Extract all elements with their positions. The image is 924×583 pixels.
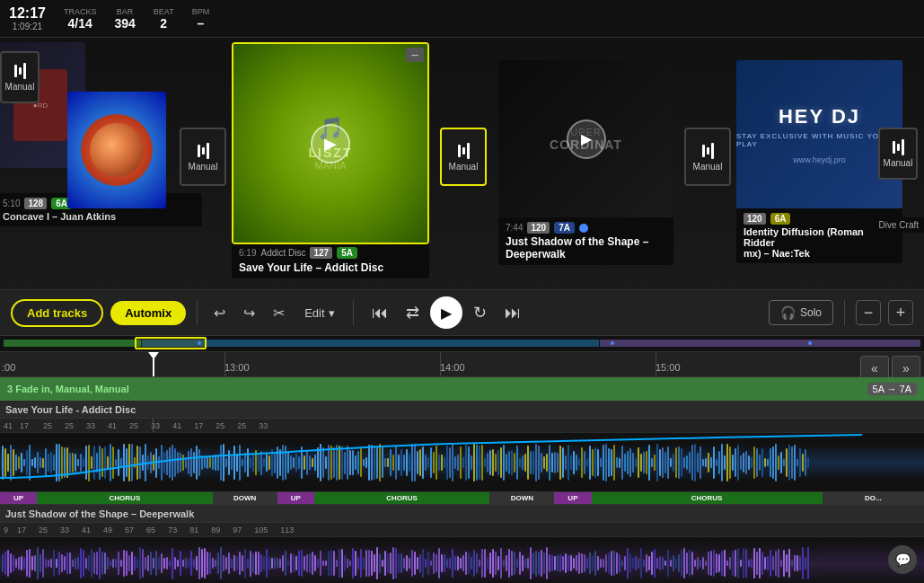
deck-lisztomania-duration: 6:19 xyxy=(239,248,256,258)
skip-forward-button[interactable]: ⏭ xyxy=(497,300,528,326)
track-2-name: Just Shadow of the Shape – Deeperwalk xyxy=(5,508,194,519)
toolbar-divider-3 xyxy=(844,300,845,325)
time-marker-1300: 13:00 xyxy=(224,362,250,373)
solo-label: Solo xyxy=(800,306,822,319)
deck-far-left-duration: 5:10 xyxy=(3,199,20,208)
deck-area: ●RD Manual 5:10 128 6A Concave I – Ju xyxy=(0,38,924,289)
deck-lisztomania-play[interactable]: ▶ xyxy=(311,124,350,163)
deck-lisztomania-info: 6:19 Addict Disc 127 5A Save Your Life –… xyxy=(232,243,429,278)
beat-value: 2 xyxy=(160,16,167,31)
play-icon: ▶ xyxy=(441,305,452,322)
time-ruler: :00 13:00 14:00 15:00 « » xyxy=(0,352,924,377)
track-2-header: Just Shadow of the Shape – Deeperwalk xyxy=(0,505,924,523)
solo-button[interactable]: 🎧 Solo xyxy=(769,300,833,325)
deck-center-mixer[interactable]: Manual xyxy=(440,128,487,186)
repeat-icon: ↻ xyxy=(473,304,487,322)
track-1-name: Save Your Life - Addict Disc xyxy=(5,404,136,415)
headphones-icon: 🎧 xyxy=(780,305,796,320)
deck-supercordinate-title: Just Shadow of the Shape –Deeperwalk xyxy=(506,235,666,261)
bar-stat: BAR 394 xyxy=(114,7,135,31)
deck-far-right-title: Dive Craft xyxy=(879,220,919,230)
track-2: Just Shadow of the Shape – Deeperwalk 9 … xyxy=(0,505,924,583)
edit-button[interactable]: Edit ▾ xyxy=(297,303,341,323)
playhead-triangle xyxy=(148,352,159,359)
bar-label: BAR xyxy=(117,7,134,16)
chat-icon: 💬 xyxy=(895,552,911,567)
deck-far-right-label: Manual xyxy=(884,158,913,168)
time-marker-1400: 14:00 xyxy=(440,362,465,373)
redo-button[interactable]: ↪ xyxy=(238,301,260,325)
shuffle-icon: ⇄ xyxy=(406,304,419,322)
deck-heydj-key: 6A xyxy=(770,213,791,225)
deck-supercordinate-play[interactable]: ▶ xyxy=(567,119,606,159)
deck-heydj-title: Identity Diffusion (Roman Riddermx) – Na… xyxy=(744,226,895,259)
overview-bar[interactable] xyxy=(0,336,924,352)
tracks-value: 4/14 xyxy=(68,16,92,31)
undo-icon: ↩ xyxy=(214,305,225,322)
skip-back-button[interactable]: ⏮ xyxy=(365,300,395,326)
add-tracks-button[interactable]: Add tracks xyxy=(11,299,103,327)
deck-right-mixer[interactable]: Manual xyxy=(684,128,731,186)
redo-icon: ↪ xyxy=(243,305,255,322)
deck-heydj-bpm: 120 xyxy=(744,213,766,225)
chat-button[interactable]: 💬 xyxy=(888,545,917,574)
bar-value: 394 xyxy=(114,16,135,31)
deck-far-right-info: Dive Craft xyxy=(874,217,924,233)
deck-center-label: Manual xyxy=(449,162,479,172)
deck-far-left-bpm: 128 xyxy=(24,198,47,209)
edit-chevron-icon: ▾ xyxy=(329,306,335,320)
top-bar: 12:17 1:09:21 TRACKS 4/14 BAR 394 BEAT 2… xyxy=(0,0,924,38)
fast-forward-icon: » xyxy=(902,361,910,375)
track-1-beats: 41 17 25 25 33 41 25 33 41 17 25 25 33 xyxy=(0,419,924,433)
skip-forward-icon: ⏭ xyxy=(505,304,521,322)
bpm-label: BPM xyxy=(192,7,210,16)
deck-supercordinate-duration: 7:44 xyxy=(506,223,523,233)
beat-stat: BEAT 2 xyxy=(154,7,174,31)
deck-far-right-mixer[interactable]: Manual xyxy=(878,128,918,180)
deck-far-left-title: Concave I – Juan Atkins xyxy=(3,211,182,222)
deck-right-label: Manual xyxy=(693,162,723,172)
scissors-icon: ✂ xyxy=(273,305,285,322)
automix-header: 3 Fade in, Manual, Manual 5A → 7A xyxy=(0,377,924,401)
toolbar-divider-1 xyxy=(197,300,198,325)
deck-far-left-mixer[interactable]: Manual xyxy=(0,51,40,103)
automix-button[interactable]: Automix xyxy=(110,301,186,325)
deck-lisztomania-bpm: 127 xyxy=(310,247,332,259)
toolbar: Add tracks Automix ↩ ↪ ✂ Edit ▾ ⏮ ⇄ ▶ xyxy=(0,289,924,336)
skip-back-icon: ⏮ xyxy=(372,304,388,322)
deck-lisztomania-minimize[interactable]: ─ xyxy=(406,48,424,62)
scissors-button[interactable]: ✂ xyxy=(268,301,290,325)
track-2-waveform xyxy=(0,537,924,583)
track-2-beats: 9 17 25 33 41 49 57 65 73 81 89 97 105 1… xyxy=(0,523,924,537)
timeline-section: :00 13:00 14:00 15:00 « » 3 Fade in, xyxy=(0,336,924,583)
elapsed-time: 1:09:21 xyxy=(13,22,42,31)
deck-brain xyxy=(67,92,166,208)
zoom-in-button[interactable]: + xyxy=(888,300,913,325)
time-marker-1500: 15:00 xyxy=(656,362,681,373)
deck-far-left-label: Manual xyxy=(5,82,35,92)
track-1-waveform xyxy=(0,433,924,491)
viewport-indicator[interactable] xyxy=(135,337,207,349)
tracks-stat: TRACKS 4/14 xyxy=(64,7,97,31)
beat-label: BEAT xyxy=(154,7,174,16)
play-button[interactable]: ▶ xyxy=(430,296,462,329)
bpm-value: – xyxy=(198,16,205,31)
time-marker-start: :00 xyxy=(2,362,15,373)
time-display: 12:17 1:09:21 xyxy=(9,5,46,31)
zoom-out-button[interactable]: − xyxy=(856,300,881,325)
deck-left-mixer[interactable]: Manual xyxy=(180,128,226,186)
fast-rewind-icon: « xyxy=(871,361,878,375)
tracks-label: TRACKS xyxy=(64,7,97,16)
automix-transition: 5A → 7A xyxy=(867,383,917,395)
shuffle-button[interactable]: ⇄ xyxy=(399,299,427,326)
repeat-button[interactable]: ↻ xyxy=(466,299,494,326)
main-time: 12:17 xyxy=(9,5,46,22)
toolbar-divider-2 xyxy=(353,300,354,325)
automix-label: 3 Fade in, Manual, Manual xyxy=(7,384,129,394)
undo-button[interactable]: ↩ xyxy=(208,301,231,325)
track-1-header: Save Your Life - Addict Disc xyxy=(0,401,924,419)
playhead xyxy=(153,352,154,376)
transport-controls: ⏮ ⇄ ▶ ↻ ⏭ xyxy=(365,296,528,329)
deck-left-label: Manual xyxy=(189,162,218,172)
deck-lisztomania-key: 5A xyxy=(337,247,357,259)
